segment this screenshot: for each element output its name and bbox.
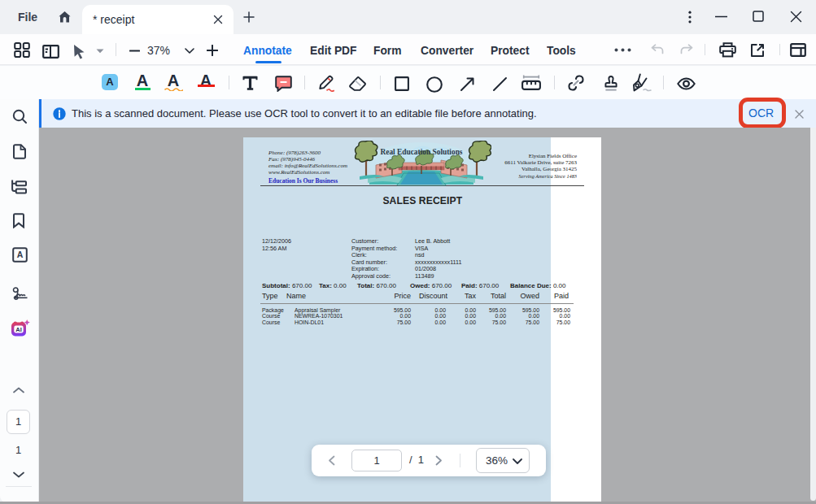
- svg-text:Real Education Solutions: Real Education Solutions: [380, 148, 462, 156]
- svg-text:AI: AI: [15, 326, 22, 333]
- svg-text:A: A: [17, 250, 24, 259]
